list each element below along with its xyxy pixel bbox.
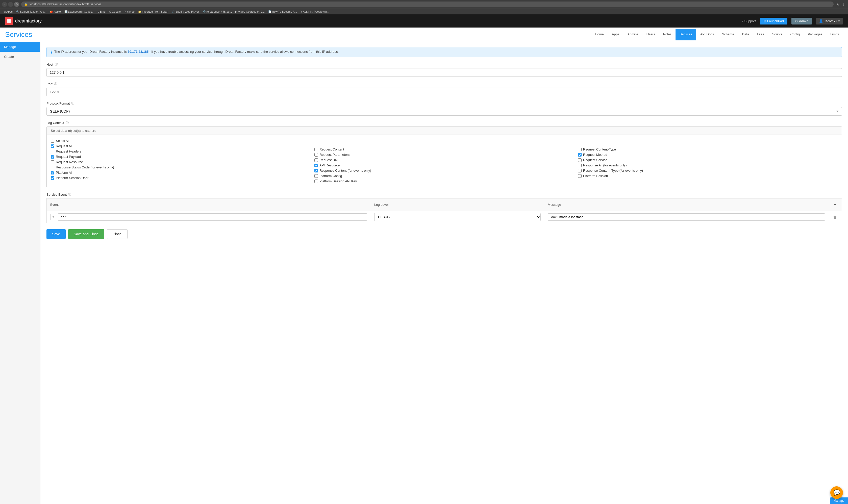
address-bar[interactable]: 🔒 localhost:8080/dreamfactory/dist/index… (21, 1, 834, 7)
checkbox-request-method[interactable]: Request Method (578, 153, 838, 157)
nav-tab-files[interactable]: Files (753, 29, 768, 40)
protocol-select[interactable]: GELF (UDP) GELF (TCP) HTTP (47, 107, 842, 116)
checkbox-select-all[interactable]: Select All (51, 139, 310, 143)
checkbox-request-headers[interactable]: Request Headers (51, 149, 310, 153)
checkbox-platform-session-user[interactable]: Platform Session User (51, 176, 310, 180)
bookmark-dashboard[interactable]: 📊 Dashboard | Codec... (63, 10, 96, 14)
checkbox-platform-session-api-key[interactable]: Platform Session API Key (314, 179, 574, 183)
checkbox-request-content-type[interactable]: Request Content-Type (578, 147, 838, 151)
checkbox-api-resource-input[interactable] (314, 164, 318, 167)
nav-tab-config[interactable]: Config (786, 29, 804, 40)
checkbox-response-status[interactable]: Response Status Code (for events only) (51, 165, 310, 169)
checkbox-platform-config-input[interactable] (314, 174, 318, 178)
bookmark-apps[interactable]: ⊞ Apps (2, 10, 14, 14)
checkbox-request-parameters[interactable]: Request Parameters (314, 153, 574, 157)
checkbox-platform-config[interactable]: Platform Config (314, 174, 574, 178)
checkbox-request-uri-input[interactable] (314, 158, 318, 162)
add-row-button[interactable]: + (833, 201, 838, 208)
checkbox-response-all-input[interactable] (578, 164, 582, 167)
protocol-info-icon[interactable]: ⓘ (71, 101, 74, 106)
nav-tab-api-docs[interactable]: API Docs (696, 29, 718, 40)
bookmark-video[interactable]: ▶ Video Courses on J... (234, 10, 266, 14)
nav-tab-schema[interactable]: Schema (718, 29, 738, 40)
bookmark-apple[interactable]: 🍎 Apple (48, 10, 62, 14)
checkbox-request-payload[interactable]: Request Payload (51, 155, 310, 159)
checkbox-platform-session-user-input[interactable] (51, 176, 54, 180)
nav-tab-packages[interactable]: Packages (804, 29, 826, 40)
more-icon[interactable]: ⋮ (842, 2, 846, 7)
bookmark-safari[interactable]: 📁 Imported From Safari (137, 10, 170, 14)
bookmark-search[interactable]: 🔍 Search Text for You... (15, 10, 48, 14)
log-level-select[interactable]: DEBUG INFO WARNING ERROR CRITICAL (374, 213, 541, 221)
support-button[interactable]: ? Support (741, 19, 756, 23)
event-dropdown-button[interactable]: ▾ (50, 214, 56, 220)
port-info-icon[interactable]: ⓘ (54, 82, 57, 86)
bookmark-recarousel[interactable]: 🔗 re-carousel / JS.co... (201, 10, 233, 14)
checkbox-request-service-input[interactable] (578, 158, 582, 162)
checkbox-platform-all-input[interactable] (51, 171, 54, 175)
message-input[interactable] (548, 213, 825, 221)
app-logo[interactable]: dreamfactory (5, 17, 42, 25)
nav-tab-home[interactable]: Home (591, 29, 608, 40)
checkbox-request-resource[interactable]: Request Resource (51, 160, 310, 164)
refresh-button[interactable]: ↻ (14, 2, 19, 7)
delete-row-button[interactable]: 🗑 (832, 214, 838, 220)
checkbox-request-parameters-input[interactable] (314, 153, 318, 157)
sidebar-item-manage[interactable]: Manage (0, 42, 40, 52)
checkbox-request-content[interactable]: Request Content (314, 147, 574, 151)
checkbox-platform-all[interactable]: Platform All (51, 171, 310, 175)
nav-tab-services[interactable]: Services (675, 29, 696, 40)
checkbox-api-resource[interactable]: API Resource (314, 163, 574, 167)
chat-widget[interactable]: 💬 (830, 486, 843, 499)
nav-tab-scripts[interactable]: Scripts (768, 29, 787, 40)
checkbox-platform-session[interactable]: Platform Session (578, 174, 838, 178)
nav-tab-users[interactable]: Users (643, 29, 659, 40)
checkbox-response-content[interactable]: Response Content (for events only) (314, 169, 574, 173)
checkbox-request-method-input[interactable] (578, 153, 582, 157)
close-button[interactable]: Close (107, 229, 128, 239)
checkbox-select-all-input[interactable] (51, 139, 54, 143)
checkbox-request-content-input[interactable] (314, 148, 318, 151)
checkbox-request-all[interactable]: Request All (51, 144, 310, 148)
checkbox-platform-session-input[interactable] (578, 174, 582, 178)
nav-tab-roles[interactable]: Roles (659, 29, 675, 40)
bookmark-bing[interactable]: b Bing (96, 10, 107, 14)
checkbox-response-all[interactable]: Response All (for events only) (578, 163, 838, 167)
save-close-button[interactable]: Save and Close (68, 229, 104, 239)
checkbox-request-content-type-input[interactable] (578, 148, 582, 151)
checkbox-request-payload-input[interactable] (51, 155, 54, 159)
nav-tab-admins[interactable]: Admins (623, 29, 642, 40)
save-button[interactable]: Save (47, 229, 66, 239)
checkbox-response-content-type[interactable]: Response Content-Type (for events only) (578, 169, 838, 173)
checkbox-platform-session-api-key-input[interactable] (314, 180, 318, 183)
sidebar-item-create[interactable]: Create (0, 52, 40, 61)
user-menu-button[interactable]: 👤 Jacotri77 ▾ (816, 18, 843, 24)
host-input[interactable] (47, 68, 842, 77)
nav-tab-data[interactable]: Data (738, 29, 753, 40)
admin-button[interactable]: ⚙ Admin (791, 18, 812, 24)
bookmark-yahoo[interactable]: Y Yahoo (123, 10, 136, 14)
bookmark-askhn[interactable]: Y Ask HN: People wh... (299, 10, 331, 14)
bookmark-google[interactable]: G Google (108, 10, 122, 14)
checkbox-request-uri[interactable]: Request URI (314, 158, 574, 162)
bookmark-howto[interactable]: 📄 How To Become A... (267, 10, 299, 14)
port-input[interactable] (47, 88, 842, 96)
checkbox-response-content-type-input[interactable] (578, 169, 582, 173)
checkbox-request-headers-input[interactable] (51, 150, 54, 153)
nav-tab-limits[interactable]: Limits (826, 29, 843, 40)
nav-tab-apps[interactable]: Apps (608, 29, 624, 40)
checkbox-request-resource-input[interactable] (51, 160, 54, 164)
forward-button[interactable]: › (8, 2, 13, 7)
event-input[interactable] (58, 213, 367, 221)
log-context-info-icon[interactable]: ⓘ (66, 121, 69, 125)
checkbox-request-all-input[interactable] (51, 144, 54, 148)
checkbox-response-content-input[interactable] (314, 169, 318, 173)
checkbox-response-status-input[interactable] (51, 166, 54, 169)
star-icon[interactable]: ★ (836, 2, 840, 7)
checkbox-request-service[interactable]: Request Service (578, 158, 838, 162)
back-button[interactable]: ‹ (2, 2, 7, 7)
service-event-info-icon[interactable]: ⓘ (68, 193, 71, 197)
host-info-icon[interactable]: ⓘ (55, 62, 58, 67)
launchpad-button[interactable]: ⊞ LaunchPad (760, 18, 788, 24)
bookmark-spotify[interactable]: 🎵 Spotify Web Player (170, 10, 200, 14)
